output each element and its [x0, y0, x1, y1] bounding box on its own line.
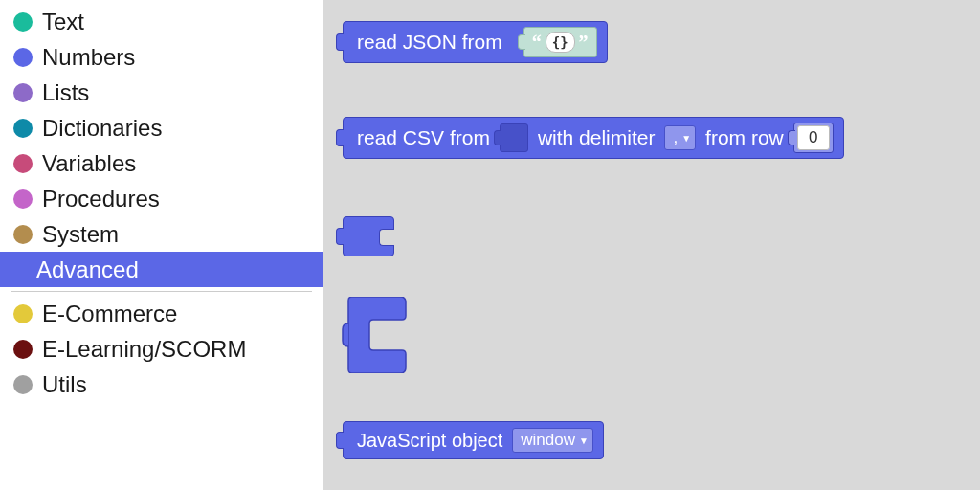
category-label: System: [42, 221, 119, 248]
output-tab: [336, 129, 344, 146]
category-label: Advanced: [36, 256, 139, 283]
category-item-text[interactable]: Text: [0, 4, 323, 39]
block-c-shape[interactable]: [341, 297, 410, 377]
block-canvas[interactable]: read JSON from “ {} ” read CSV from with…: [323, 0, 980, 490]
category-divider: [11, 291, 312, 292]
category-item-e-commerce[interactable]: E-Commerce: [0, 296, 323, 331]
block-empty-value[interactable]: [343, 216, 394, 256]
category-color-dot: [13, 189, 33, 209]
category-item-system[interactable]: System: [0, 216, 323, 252]
string-input-block[interactable]: “ {} ”: [523, 27, 597, 57]
delimiter-dropdown[interactable]: , ▼: [664, 125, 696, 150]
category-color-dot: [13, 154, 33, 173]
category-color-dot: [13, 304, 33, 323]
chevron-down-icon: ▼: [681, 133, 691, 144]
block-label: read JSON from: [357, 31, 502, 54]
block-label: with delimiter: [538, 126, 656, 149]
close-quote-icon: ”: [579, 32, 589, 54]
category-item-numbers[interactable]: Numbers: [0, 39, 323, 75]
block-label: read CSV from: [357, 126, 490, 149]
output-tab: [336, 228, 344, 245]
category-color-dot: [13, 83, 33, 102]
chevron-down-icon: ▼: [579, 435, 589, 446]
category-item-advanced[interactable]: Advanced: [0, 252, 323, 287]
output-tab: [336, 33, 344, 51]
category-item-dictionaries[interactable]: Dictionaries: [0, 110, 323, 145]
block-js-object[interactable]: JavaScript object window ▼: [343, 421, 604, 459]
row-number-input[interactable]: 0: [797, 125, 830, 150]
category-label: Utils: [42, 371, 87, 398]
category-label: Lists: [42, 79, 89, 106]
block-label: from row: [705, 126, 784, 149]
category-label: Procedures: [42, 186, 160, 212]
category-color-dot: [13, 375, 33, 394]
category-label: E-Learning/SCORM: [42, 336, 246, 363]
category-item-e-learning-scorm[interactable]: E-Learning/SCORM: [0, 331, 323, 367]
category-label: Variables: [42, 150, 136, 177]
category-item-lists[interactable]: Lists: [0, 75, 323, 110]
category-color-dot: [13, 225, 33, 244]
output-tab: [336, 432, 344, 449]
category-label: Numbers: [42, 44, 135, 71]
category-label: Dictionaries: [42, 115, 162, 142]
category-color-dot: [13, 340, 33, 359]
category-label: Text: [42, 9, 84, 35]
category-item-utils[interactable]: Utils: [0, 367, 323, 402]
category-item-procedures[interactable]: Procedures: [0, 181, 323, 216]
c-block-body: [341, 297, 410, 373]
number-socket[interactable]: 0: [793, 122, 834, 153]
value-socket[interactable]: [500, 123, 528, 152]
category-color-dot: [13, 12, 33, 32]
category-color-dot: [13, 119, 33, 138]
category-item-variables[interactable]: Variables: [0, 145, 323, 181]
block-read-json[interactable]: read JSON from “ {} ”: [343, 21, 608, 63]
json-text-input[interactable]: {}: [546, 32, 575, 53]
block-read-csv[interactable]: read CSV from with delimiter , ▼ from ro…: [343, 117, 844, 159]
input-socket[interactable]: [379, 229, 394, 246]
category-color-dot: [13, 48, 33, 67]
category-sidebar: TextNumbersListsDictionariesVariablesPro…: [0, 0, 323, 490]
js-object-dropdown[interactable]: window ▼: [512, 428, 593, 453]
category-label: E-Commerce: [42, 301, 177, 327]
open-quote-icon: “: [532, 32, 542, 54]
block-label: JavaScript object: [357, 430, 502, 452]
